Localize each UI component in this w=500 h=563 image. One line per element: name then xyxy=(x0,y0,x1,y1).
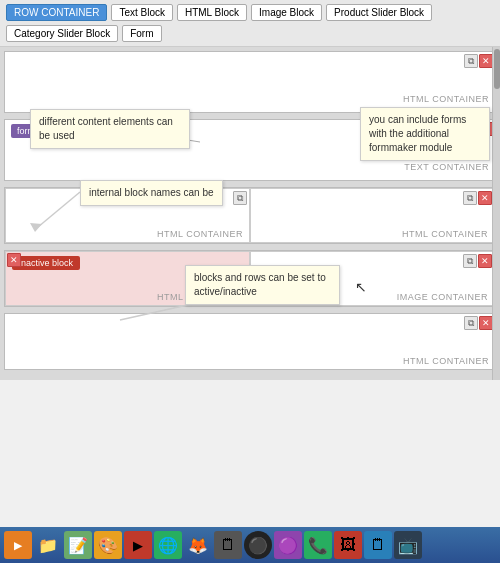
row5-content: HTML CONTAINER xyxy=(5,314,495,369)
row-1: ⧉ ✕ HTML CONTAINER xyxy=(4,51,496,113)
taskbar-icon-10[interactable]: 📞 xyxy=(304,531,332,559)
row1-content: HTML CONTAINER xyxy=(5,52,495,107)
taskbar-icon-6[interactable]: 🦊 xyxy=(184,531,212,559)
row2-label: TEXT CONTAINER xyxy=(404,162,489,172)
image-block-btn[interactable]: Image Block xyxy=(251,4,322,21)
row4-right-copy[interactable]: ⧉ xyxy=(463,254,477,268)
taskbar-icon-1[interactable]: 📁 xyxy=(34,531,62,559)
scrollbar[interactable] xyxy=(492,47,500,380)
row1-label: HTML CONTAINER xyxy=(403,94,489,104)
row3-blocks: ⧉ HTML CONTAINER ⧉ ✕ HTML CONTAINER xyxy=(5,188,495,243)
row4-right-ctrl: ⧉ ✕ xyxy=(463,254,492,268)
row4-ctrl-delete[interactable]: ✕ xyxy=(7,253,21,267)
taskbar-icon-7[interactable]: 🗒 xyxy=(214,531,242,559)
row3-right-label: HTML CONTAINER xyxy=(402,229,488,239)
cursor: ↖ xyxy=(355,279,367,295)
tooltip-content-elements: different content elements can be used xyxy=(30,109,190,149)
tooltip-formmaker-text: you can include forms with the additiona… xyxy=(369,114,466,153)
row-3: ⧉ ✕ ⧉ HTML CONTAINER ⧉ ✕ HTML CONTAINER xyxy=(4,187,496,244)
category-slider-btn[interactable]: Category Slider Block xyxy=(6,25,118,42)
row3-right-delete[interactable]: ✕ xyxy=(478,191,492,205)
taskbar-icon-2[interactable]: 📝 xyxy=(64,531,92,559)
text-block-btn[interactable]: Text Block xyxy=(111,4,173,21)
tooltip-formmaker: you can include forms with the additiona… xyxy=(360,107,490,161)
taskbar-icon-13[interactable]: 📺 xyxy=(394,531,422,559)
tooltip-active-inactive-text: blocks and rows can be set to active/ina… xyxy=(194,272,326,297)
row3-left-label: HTML CONTAINER xyxy=(157,229,243,239)
row4-right-delete[interactable]: ✕ xyxy=(478,254,492,268)
row-5: ⧉ ✕ HTML CONTAINER xyxy=(4,313,496,370)
form-btn[interactable]: Form xyxy=(122,25,161,42)
taskbar-icon-0[interactable]: ▶ xyxy=(4,531,32,559)
tooltip-active-inactive: blocks and rows can be set to active/ina… xyxy=(185,265,340,305)
row4-right-label: IMAGE CONTAINER xyxy=(397,292,488,302)
taskbar-icon-11[interactable]: 🖼 xyxy=(334,531,362,559)
taskbar-icon-8[interactable]: ⚫ xyxy=(244,531,272,559)
scrollbar-thumb[interactable] xyxy=(494,49,500,89)
toolbar: ROW CONTAINER Text Block HTML Block Imag… xyxy=(0,0,500,47)
main-area: ⧉ ✕ HTML CONTAINER ⧉ ✕ forming TEXT CONT… xyxy=(0,47,500,380)
html-block-btn[interactable]: HTML Block xyxy=(177,4,247,21)
row-container-btn[interactable]: ROW CONTAINER xyxy=(6,4,107,21)
taskbar-icon-3[interactable]: 🎨 xyxy=(94,531,122,559)
taskbar-icon-9[interactable]: 🟣 xyxy=(274,531,302,559)
tooltip-block-names: internal block names can be xyxy=(80,180,223,206)
taskbar-icon-12[interactable]: 🗒 xyxy=(364,531,392,559)
row3-right-block: ⧉ ✕ HTML CONTAINER xyxy=(250,188,495,243)
inactive-badge: inactive block xyxy=(12,256,80,270)
taskbar: ▶ 📁 📝 🎨 ▶ 🌐 🦊 🗒 ⚫ 🟣 📞 🖼 🗒 📺 xyxy=(0,527,500,563)
taskbar-icon-4[interactable]: ▶ xyxy=(124,531,152,559)
tooltip-content-elements-text: different content elements can be used xyxy=(39,116,173,141)
row5-label: HTML CONTAINER xyxy=(403,356,489,366)
row3-left-copy[interactable]: ⧉ xyxy=(233,191,247,205)
row3-left-ctrl: ⧉ xyxy=(233,191,247,205)
row3-right-ctrl: ⧉ ✕ xyxy=(463,191,492,205)
row3-right-copy[interactable]: ⧉ xyxy=(463,191,477,205)
product-slider-btn[interactable]: Product Slider Block xyxy=(326,4,432,21)
tooltip-block-names-text: internal block names can be xyxy=(89,187,214,198)
taskbar-icon-5[interactable]: 🌐 xyxy=(154,531,182,559)
